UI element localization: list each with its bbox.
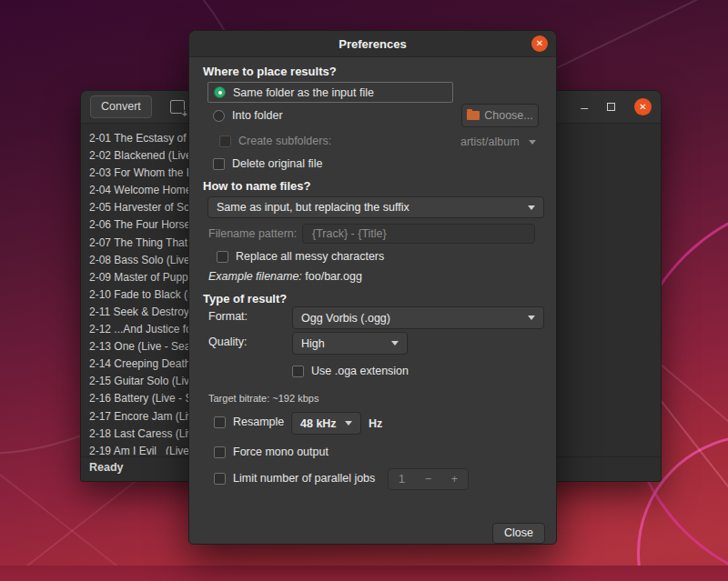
jobs-spinbox[interactable]: 1 − + [388,468,469,490]
filename-pattern-input[interactable]: {Track} - {Title} [302,224,535,244]
chevron-down-icon [391,341,399,346]
preferences-dialog: Preferences ✕ Where to place results? Sa… [188,30,557,545]
spin-minus-button[interactable]: − [415,473,441,486]
folder-icon [467,111,480,120]
chevron-down-icon [345,421,352,426]
radio-selected-icon[interactable] [214,86,226,98]
radio-unselected-icon[interactable] [213,110,225,122]
subfolder-pattern-value: artist/album [460,135,520,148]
format-value: Ogg Vorbis (.ogg) [301,312,390,325]
resample-rate-value: 48 kHz [300,417,337,430]
close-icon[interactable]: ✕ [531,35,548,52]
radio-same-folder-label: Same folder as the input file [233,86,374,99]
checkbox-icon[interactable] [217,251,228,263]
close-icon[interactable]: ✕ [634,98,652,115]
checkbox-icon[interactable] [213,158,225,170]
checkbox-icon[interactable] [214,446,226,458]
radio-into-folder[interactable]: Into folder [213,109,283,122]
section-heading-place: Where to place results? [203,65,337,78]
naming-mode-value: Same as input, but replacing the suffix [217,201,410,214]
minimize-icon[interactable]: – [581,103,588,112]
checkbox-icon[interactable] [219,135,231,147]
checkbox-create-subfolders[interactable]: Create subfolders: [219,135,331,147]
quality-label: Quality: [208,336,247,348]
section-heading-result: Type of result? [203,292,287,306]
target-bitrate-note: Target bitrate: ~192 kbps [208,393,318,404]
radio-same-folder[interactable]: Same folder as the input file [207,82,453,103]
chevron-down-icon [528,316,535,320]
dialog-title: Preferences [339,37,406,51]
format-label: Format: [208,310,248,323]
choose-folder-button[interactable]: Choose... [461,104,539,127]
resample-label: Resample [233,416,284,428]
dialog-titlebar[interactable]: Preferences ✕ [189,31,556,57]
checkbox-limit-jobs[interactable]: Limit number of parallel jobs [214,472,375,485]
checkbox-delete-original[interactable]: Delete original file [213,157,322,170]
naming-mode-combo[interactable]: Same as input, but replacing the suffix [207,196,544,218]
dialog-body: Where to place results? Same folder as t… [189,57,556,544]
maximize-icon[interactable] [607,103,615,111]
create-subfolders-label: Create subfolders: [238,135,331,147]
checkbox-replace-messy[interactable]: Replace all messy characters [217,250,384,263]
checkbox-force-mono[interactable]: Force mono output [214,446,329,458]
format-combo[interactable]: Ogg Vorbis (.ogg) [292,306,544,329]
section-heading-naming: How to name files? [203,179,310,193]
checkbox-icon[interactable] [292,366,304,377]
checkbox-resample[interactable]: Resample [214,416,284,428]
status-text: Ready [89,461,124,474]
example-filename-label: Example filename: [208,270,302,283]
force-mono-label: Force mono output [233,446,329,458]
quality-combo[interactable]: High [292,332,408,355]
choose-button-label: Choose... [484,109,533,122]
checkbox-icon[interactable] [214,416,226,428]
delete-original-label: Delete original file [232,157,322,170]
filename-pattern-label: Filename pattern: [208,227,297,240]
resample-unit-label: Hz [369,417,382,430]
quality-value: High [301,337,325,350]
chevron-down-icon [529,140,536,145]
example-filename-value: foo/bar.ogg [305,270,362,283]
chevron-down-icon [528,205,535,210]
close-button[interactable]: Close [492,523,545,544]
filename-pattern-value: {Track} - {Title} [312,227,387,240]
convert-button[interactable]: Convert [90,95,152,118]
replace-messy-label: Replace all messy characters [236,250,384,263]
checkbox-oga-extension[interactable]: Use .oga extension [292,365,409,377]
window-controls: – ✕ [581,98,652,115]
add-file-icon[interactable] [170,100,185,114]
radio-into-folder-label: Into folder [232,109,283,122]
spin-plus-button[interactable]: + [441,473,468,486]
oga-extension-label: Use .oga extension [311,365,409,377]
limit-jobs-label: Limit number of parallel jobs [233,472,375,485]
wallpaper-bottom-band [0,566,728,581]
resample-rate-combo[interactable]: 48 kHz [291,412,361,435]
example-filename: Example filename: foo/bar.ogg [208,270,362,283]
checkbox-icon[interactable] [214,473,226,485]
jobs-value: 1 [389,473,415,486]
subfolder-pattern-combo[interactable]: artist/album [460,135,536,148]
